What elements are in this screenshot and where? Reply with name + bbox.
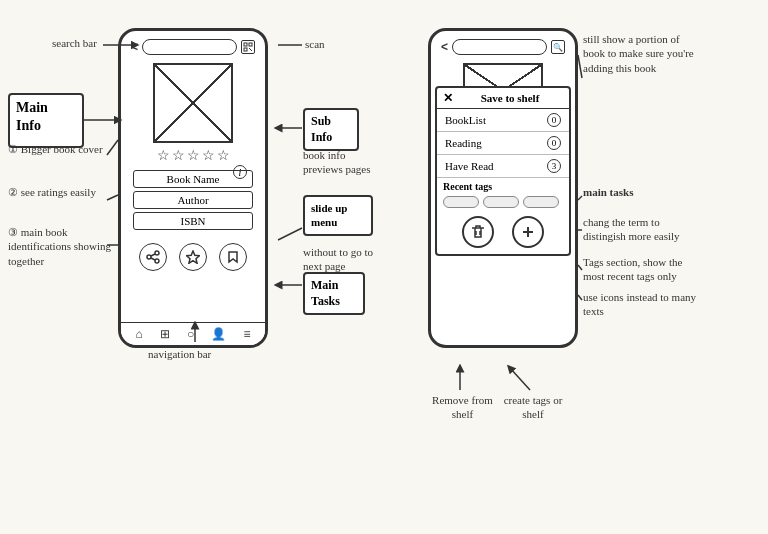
right-scan-icon[interactable]: 🔍 [551,40,565,54]
reading-option[interactable]: Reading 0 [437,132,569,155]
tags-section-annotation: Tags section, show the most recent tags … [583,255,703,284]
nav-bar-annotation: navigation bar [148,347,211,361]
remove-from-shelf-button[interactable] [462,216,494,248]
svg-line-27 [578,265,582,270]
book-cover-placeholder [153,63,233,143]
slide-up-menu-box: slide up menu [303,195,373,236]
booklist-label: BookList [445,114,486,126]
save-shelf-title: Save to shelf [457,92,563,104]
overlay-actions [437,210,569,254]
tag-pill-2[interactable] [483,196,519,208]
search-bar-annotation: search bar [52,36,97,50]
sub-info-box: Sub Info [303,108,359,151]
right-back-chevron-icon[interactable]: < [441,40,448,54]
back-chevron-icon[interactable]: < [131,40,138,54]
star-1: ☆ [157,147,170,163]
main-book-id-annotation: ③ main book identifications showing toge… [8,225,118,268]
nav-circle-icon[interactable]: ○ [187,327,194,341]
tag-pill-3[interactable] [523,196,559,208]
nav-grid-icon[interactable]: ⊞ [160,327,170,341]
have-read-label: Have Read [445,160,494,172]
search-bar-input[interactable] [142,39,237,55]
create-tags-annotation: create tags or shelf [498,393,568,422]
ratings-stars: ☆ ☆ ☆ ☆ ☆ [125,147,261,163]
svg-line-23 [278,228,302,240]
svg-rect-1 [249,43,252,46]
star-3: ☆ [187,147,200,163]
booklist-option[interactable]: BookList 0 [437,109,569,132]
info-button[interactable]: i [233,165,247,179]
search-bar-area: < [125,35,261,59]
svg-rect-0 [244,43,247,46]
create-tag-shelf-button[interactable] [512,216,544,248]
svg-point-4 [147,255,151,259]
svg-point-6 [155,259,159,263]
remove-from-shelf-annotation: Remove from shelf [430,393,495,422]
wireframe-canvas: < ☆ ☆ ☆ ☆ [0,0,768,534]
tag-pills-row [437,194,569,210]
book-info-previews-annotation: book info previews pages [303,148,378,177]
see-ratings-annotation: ② see ratings easily [8,185,118,199]
main-info-box: Main Info [8,93,84,148]
bookmark-icon[interactable] [219,243,247,271]
change-term-annotation: chang the term to distingish more easily [583,215,703,244]
have-read-option[interactable]: Have Read 3 [437,155,569,178]
svg-line-25 [578,196,582,200]
still-show-annotation: still show a portion of book to make sur… [583,32,703,75]
without-next-page-annotation: without to go to next page [303,245,378,274]
action-icons-row [125,239,261,275]
right-search-bar-input[interactable] [452,39,547,55]
right-phone: < 🔍 ✕ Save to shelf BookList 0 Reading [428,28,578,348]
nav-user-icon[interactable]: 👤 [211,327,226,341]
left-phone: < ☆ ☆ ☆ ☆ [118,28,268,348]
svg-line-24 [578,55,582,78]
save-to-shelf-overlay: ✕ Save to shelf BookList 0 Reading 0 Hav… [435,86,571,256]
isbn-field: ISBN [133,212,253,230]
svg-line-28 [578,295,582,300]
nav-home-icon[interactable]: ⌂ [136,327,143,341]
star-4: ☆ [202,147,215,163]
recent-tags-label: Recent tags [437,178,569,194]
save-shelf-header: ✕ Save to shelf [437,88,569,109]
svg-line-8 [151,258,155,260]
svg-rect-2 [244,48,247,51]
right-search-bar-area: < 🔍 [435,35,571,59]
close-overlay-button[interactable]: ✕ [443,91,453,105]
svg-line-3 [249,48,252,51]
nav-menu-icon[interactable]: ≡ [243,327,250,341]
author-field: Author [133,191,253,209]
tag-pill-1[interactable] [443,196,479,208]
scan-annotation: scan [305,37,325,51]
booklist-count: 0 [547,113,561,127]
left-phone-screen: < ☆ ☆ ☆ ☆ [121,31,265,345]
use-icons-annotation: use icons instead to many texts [583,290,703,319]
favorite-star-icon[interactable] [179,243,207,271]
svg-marker-9 [187,251,200,263]
share-icon[interactable] [139,243,167,271]
svg-line-7 [151,254,155,256]
star-5: ☆ [217,147,230,163]
have-read-count: 3 [547,159,561,173]
reading-label: Reading [445,137,482,149]
star-2: ☆ [172,147,185,163]
main-tasks-right-annotation: main tasks [583,185,643,199]
bigger-book-cover-annotation: ① Bigger book cover [8,142,118,156]
svg-line-30 [510,368,530,390]
nav-bar: ⌂ ⊞ ○ 👤 ≡ [121,322,265,345]
reading-count: 0 [547,136,561,150]
scan-icon[interactable] [241,40,255,54]
right-phone-screen: < 🔍 ✕ Save to shelf BookList 0 Reading [431,31,575,345]
main-tasks-left-box: Main Tasks [303,272,365,315]
svg-point-5 [155,251,159,255]
